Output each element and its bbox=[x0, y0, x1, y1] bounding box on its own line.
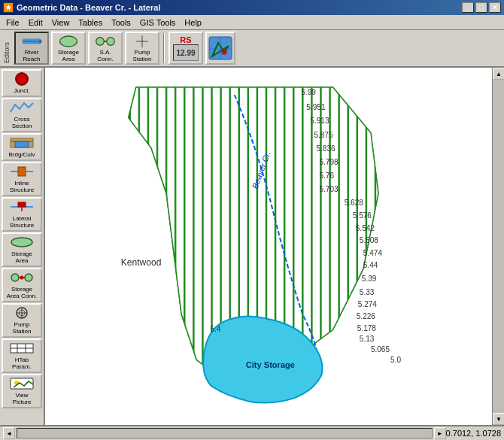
menu-file[interactable]: File bbox=[2, 17, 24, 29]
lateral-structure-icon bbox=[8, 200, 35, 214]
menu-tools[interactable]: Tools bbox=[107, 17, 135, 29]
storage-area-label: StorageArea bbox=[58, 50, 79, 63]
app-icon: ★ bbox=[3, 2, 14, 13]
river-reach-icon bbox=[21, 34, 42, 49]
svg-point-27 bbox=[25, 274, 32, 281]
menu-help[interactable]: Help bbox=[180, 17, 206, 29]
sidebar-storage-area-conn-label: StorageArea Conn. bbox=[7, 286, 37, 299]
label-5.274: 5.274 bbox=[358, 300, 378, 308]
sidebar-pump-station-button[interactable]: PumpStation bbox=[2, 303, 42, 338]
maximize-button[interactable]: □ bbox=[475, 2, 487, 13]
geo-canvas: City Storage Kentwood 5.99 5.951 5.913 5… bbox=[45, 68, 492, 425]
sidebar-lateral-structure-button[interactable]: LateralStructure bbox=[2, 197, 42, 232]
scroll-right-button[interactable]: ► bbox=[434, 427, 446, 439]
brdg-culv-icon bbox=[8, 136, 35, 150]
canvas-area[interactable]: City Storage Kentwood 5.99 5.951 5.913 5… bbox=[45, 68, 492, 425]
label-5.913: 5.913 bbox=[310, 117, 329, 125]
svg-rect-20 bbox=[18, 167, 26, 176]
title-bar: ★ Geometric Data - Beaver Cr. - Lateral … bbox=[0, 0, 504, 15]
sidebar-htab-param-label: HTabParam. bbox=[12, 357, 32, 370]
scroll-left-button[interactable]: ◄ bbox=[3, 427, 15, 439]
sidebar-htab-param-icon bbox=[8, 341, 35, 355]
storage-area-button[interactable]: StorageArea bbox=[51, 32, 86, 65]
sidebar-storage-area-conn-button[interactable]: StorageArea Conn. bbox=[2, 268, 42, 302]
pump-station-label: PumpStation bbox=[133, 50, 152, 63]
scroll-track-right[interactable] bbox=[493, 80, 504, 413]
label-5.33: 5.33 bbox=[360, 288, 375, 296]
sidebar-view-picture-button[interactable]: ViewPicture bbox=[2, 374, 42, 408]
river-reach-button[interactable]: RiverReach bbox=[14, 32, 49, 65]
rs-value: 12.99 bbox=[173, 44, 199, 61]
label-5.13: 5.13 bbox=[360, 335, 375, 343]
menu-view[interactable]: View bbox=[47, 17, 74, 29]
sidebar-junct-label: Junct. bbox=[14, 87, 29, 94]
close-button[interactable]: ✕ bbox=[489, 2, 501, 13]
toolbar-separator bbox=[163, 33, 165, 63]
label-5.951: 5.951 bbox=[306, 103, 326, 111]
svg-marker-2 bbox=[40, 38, 43, 44]
sidebar-lateral-structure-label: LateralStructure bbox=[10, 215, 34, 229]
label-5.99: 5.99 bbox=[301, 88, 316, 96]
menu-gis-tools[interactable]: GIS Tools bbox=[135, 17, 181, 29]
sidebar-brdg-culv-button[interactable]: Brdg/Culv bbox=[2, 133, 42, 161]
sidebar-pump-station-icon bbox=[8, 306, 35, 320]
scroll-track-bottom[interactable] bbox=[17, 428, 433, 438]
sidebar-storage-area-icon bbox=[8, 235, 35, 249]
junct-icon bbox=[8, 72, 35, 86]
sidebar-storage-area-button[interactable]: StorageArea bbox=[2, 232, 42, 267]
sidebar-inline-structure-label: InlineStructure bbox=[10, 180, 34, 193]
label-5.508: 5.508 bbox=[360, 236, 379, 244]
sidebar-junct-button[interactable]: Junct. bbox=[2, 69, 42, 97]
svg-point-3 bbox=[60, 36, 77, 47]
label-5.628: 5.628 bbox=[345, 199, 364, 207]
minimize-button[interactable]: _ bbox=[462, 2, 474, 13]
label-5.703: 5.703 bbox=[319, 185, 339, 193]
cross-section-icon bbox=[8, 101, 35, 114]
window-controls[interactable]: _ □ ✕ bbox=[462, 2, 501, 13]
map-button[interactable] bbox=[205, 32, 235, 65]
svg-point-29 bbox=[20, 276, 24, 280]
sa-conn-button[interactable]: S.A.Conn. bbox=[88, 32, 123, 65]
label-5.875: 5.875 bbox=[314, 131, 333, 139]
label-5.576: 5.576 bbox=[353, 211, 372, 220]
label-5.4: 5.4 bbox=[210, 325, 220, 333]
menu-bar: File Edit View Tables Tools GIS Tools He… bbox=[0, 15, 504, 30]
label-5.178: 5.178 bbox=[357, 324, 377, 332]
menu-tables[interactable]: Tables bbox=[74, 17, 107, 29]
scroll-up-button[interactable]: ▲ bbox=[493, 68, 504, 80]
label-5.474: 5.474 bbox=[363, 249, 383, 257]
label-5.44: 5.44 bbox=[363, 261, 378, 269]
window-title: Geometric Data - Beaver Cr. - Lateral bbox=[17, 3, 160, 12]
label-5.0: 5.0 bbox=[390, 356, 401, 364]
scroll-down-button[interactable]: ▼ bbox=[493, 413, 504, 425]
rs-button[interactable]: RS 12.99 bbox=[169, 32, 203, 65]
map-icon bbox=[208, 35, 233, 61]
label-5.226: 5.226 bbox=[357, 312, 376, 320]
sidebar-htab-param-button[interactable]: HTabParam. bbox=[2, 338, 42, 373]
river-reach-label: RiverReach bbox=[23, 50, 40, 63]
svg-point-5 bbox=[107, 37, 115, 45]
main-area: Junct. CrossSection Brdg/Culv bbox=[0, 68, 504, 425]
sidebar-view-picture-icon bbox=[8, 377, 35, 390]
pump-station-button[interactable]: PumpStation bbox=[125, 32, 159, 65]
sidebar-storage-area-conn-icon bbox=[8, 271, 35, 284]
editors-label: Editors bbox=[3, 33, 11, 63]
sa-conn-icon bbox=[95, 34, 116, 49]
sidebar-inline-structure-button[interactable]: InlineStructure bbox=[2, 162, 42, 196]
label-5.542: 5.542 bbox=[356, 224, 375, 232]
inline-structure-icon bbox=[8, 165, 35, 178]
coordinates-display: 0.7012, 1.0728 bbox=[446, 429, 501, 438]
svg-point-25 bbox=[11, 238, 32, 247]
sa-conn-label: S.A.Conn. bbox=[97, 50, 113, 63]
label-5.798: 5.798 bbox=[319, 158, 339, 166]
storage-area-icon bbox=[58, 34, 79, 49]
sidebar-cross-section-button[interactable]: CrossSection bbox=[2, 98, 42, 132]
menu-edit[interactable]: Edit bbox=[24, 17, 47, 29]
sidebar-brdg-culv-label: Brdg/Culv bbox=[8, 151, 35, 158]
scrollbar-right[interactable]: ▲ ▼ bbox=[492, 68, 504, 425]
svg-point-4 bbox=[96, 37, 105, 45]
kentwood-label: Kentwood bbox=[121, 257, 162, 268]
svg-rect-23 bbox=[18, 202, 26, 207]
label-5.065: 5.065 bbox=[371, 345, 390, 354]
label-5.836: 5.836 bbox=[316, 144, 335, 153]
